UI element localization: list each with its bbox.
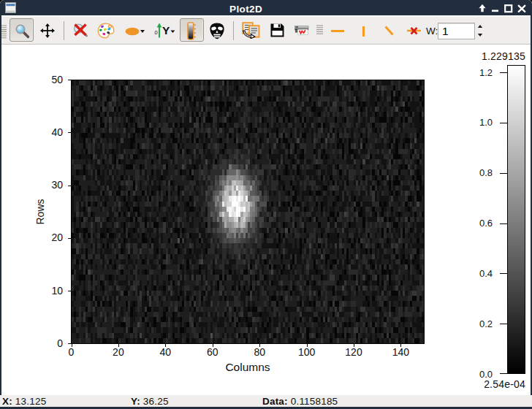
svg-text:Y: Y: [162, 24, 170, 37]
svg-text:0: 0: [155, 29, 158, 36]
